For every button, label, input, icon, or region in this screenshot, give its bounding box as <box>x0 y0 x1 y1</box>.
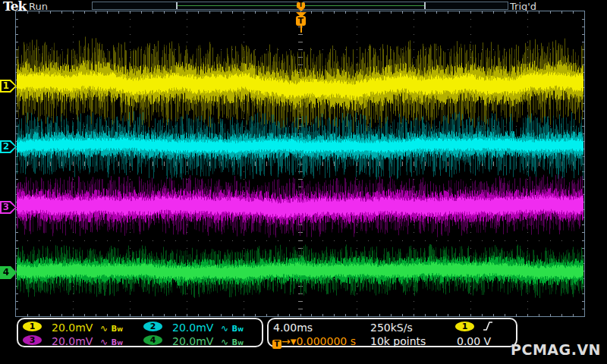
arrow-right-icon: → <box>281 335 291 347</box>
channel-readout-box: 1 20.0mV ∿ BW 2 20.0mV ∿ BW 3 20.0mV ∿ B… <box>17 318 263 347</box>
bandwidth-limit-icon: BW <box>112 325 123 333</box>
channel-1-position-marker: 1 <box>0 80 17 93</box>
waveform-display <box>16 11 584 316</box>
trigger-level-readout: 0.00 V <box>457 335 491 347</box>
trigger-marker-stem <box>300 26 302 33</box>
bandwidth-limit-icon: BW <box>232 325 244 333</box>
coupling-icon: ∿ <box>221 337 228 347</box>
trigger-position-readout: T→▼0.000000 s <box>272 335 356 349</box>
channel-1-scale: 20.0mV <box>52 322 93 334</box>
channel-4-marker-label: 4 <box>1 266 11 279</box>
channel-3-coupling-bw-icons: ∿ BW <box>100 335 123 347</box>
sample-rate-readout: 250kS/s <box>370 322 413 334</box>
oscilloscope-screen: Tek Run T Trig'd T 1 2 3 4 1 2 <box>0 0 607 364</box>
channel-2-coupling-bw-icons: ∿ BW <box>221 322 244 334</box>
coupling-icon: ∿ <box>100 337 108 347</box>
watermark: PCMAG.VN <box>511 341 601 358</box>
channel-3-position-marker: 3 <box>0 201 17 214</box>
coupling-icon: ∿ <box>100 323 108 334</box>
channel-2-position-marker: 2 <box>0 140 17 153</box>
timebase-readout: 4.00ms <box>273 322 313 334</box>
trigger-source-badge: 1 <box>455 322 474 331</box>
channel-4-badge: 4 <box>143 335 162 345</box>
trigger-t-icon: T <box>296 16 306 26</box>
horizontal-trigger-readout-box: 4.00ms 250kS/s 1 T→▼0.000000 s 10k point… <box>267 318 517 347</box>
channel-1-marker-label: 1 <box>1 80 11 93</box>
bandwidth-limit-icon: BW <box>232 338 244 347</box>
channel-3-badge: 3 <box>23 335 42 345</box>
trigger-flag-icon: T <box>297 2 305 8</box>
channel-4-position-marker: 4 <box>0 266 17 279</box>
channel-1-badge: 1 <box>23 322 42 331</box>
channel-4-coupling-bw-icons: ∿ BW <box>221 335 244 347</box>
bandwidth-limit-icon: BW <box>112 338 123 347</box>
record-length-readout: 10k points <box>370 335 426 347</box>
coupling-icon: ∿ <box>221 323 228 334</box>
trigger-t-icon: T <box>272 340 281 349</box>
channel-1-coupling-bw-icons: ∿ BW <box>100 322 123 334</box>
channel-3-marker-label: 3 <box>1 201 11 214</box>
trigger-position-marker: T <box>295 12 307 33</box>
channel-2-scale: 20.0mV <box>172 322 213 334</box>
channel-2-badge: 2 <box>143 322 162 331</box>
record-window-bracket-right <box>424 2 426 9</box>
channel-4-scale: 20.0mV <box>172 335 213 347</box>
trigger-slope-icon <box>483 321 493 334</box>
channel-2-marker-label: 2 <box>1 140 11 153</box>
channel-3-scale: 20.0mV <box>52 335 93 347</box>
